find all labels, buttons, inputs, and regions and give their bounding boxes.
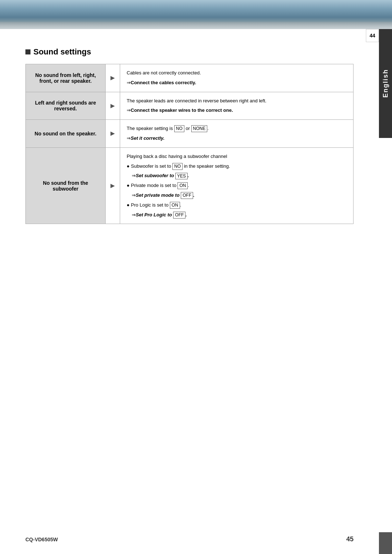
solution-line: ●Private mode is set to ON. (127, 182, 347, 190)
solution-line: ⇒Set private mode to OFF. (127, 192, 347, 199)
box-label-none: NONE (191, 125, 208, 132)
table-row: Left and right sounds are reversed. ► Th… (26, 92, 353, 120)
box-label-on-2: ON (170, 202, 180, 209)
solution-line: ⇒Set it correctly. (127, 135, 347, 142)
arrow-icon: ► (106, 92, 120, 120)
section-title-text: Sound settings (33, 47, 91, 57)
page-number-right: 45 (346, 535, 354, 543)
table-row: No sound from left, right, front, or rea… (26, 64, 353, 92)
bottom-sidebar-bar (379, 532, 392, 554)
language-label: English (382, 69, 389, 98)
cause-label: No sound on the speaker. (26, 120, 106, 147)
solution-line: Playing back a disc having a subwoofer c… (127, 153, 347, 160)
section-title: Sound settings (25, 47, 354, 57)
language-sidebar: English (379, 29, 392, 138)
box-label-no: NO (174, 125, 184, 132)
cause-label: No sound from left, right, front, or rea… (26, 64, 106, 92)
cause-label: No sound from the subwoofer (26, 148, 106, 224)
main-content: Sound settings No sound from left, right… (0, 29, 379, 246)
solution-line: ⇒Set Pro Logic to OFF. (127, 211, 347, 219)
footer: CQ-VD6505W 45 (0, 535, 379, 543)
solution-content: Playing back a disc having a subwoofer c… (120, 148, 353, 224)
header-image (0, 0, 392, 29)
title-square-icon (25, 49, 30, 54)
box-label-yes: YES (175, 173, 188, 180)
arrow-icon: ► (106, 120, 120, 147)
arrow-icon: ► (106, 148, 120, 224)
solution-content: Cables are not correctly connected. ⇒Con… (120, 64, 353, 92)
solution-line: ⇒Connect the speaker wires to the correc… (127, 107, 347, 114)
solution-line: ⇒Set subwoofer to YES. (127, 172, 347, 180)
solution-line: Cables are not correctly connected. (127, 69, 347, 77)
brand-label: CQ-VD6505W (25, 537, 58, 542)
table-row: No sound on the speaker. ► The speaker s… (26, 120, 353, 148)
page-number-left: 44 (366, 29, 379, 42)
box-label-on: ON (177, 182, 188, 189)
trouble-table: No sound from left, right, front, or rea… (25, 64, 354, 224)
solution-content: The speaker setting is NO or NONE. ⇒Set … (120, 120, 353, 147)
solution-line: ●Subwoofer is set to NO in the speaker s… (127, 163, 347, 170)
box-label-off-2: OFF (173, 212, 185, 219)
box-label-no: NO (172, 163, 183, 170)
solution-line: The speaker setting is NO or NONE. (127, 125, 347, 133)
box-label-off: OFF (181, 192, 193, 199)
cause-label: Left and right sounds are reversed. (26, 92, 106, 120)
solution-line: ⇒Connect the cables correctly. (127, 79, 347, 87)
solution-line: The speaker leads are connected in rever… (127, 97, 347, 105)
solution-content: The speaker leads are connected in rever… (120, 92, 353, 120)
solution-line: ●Pro Logic is set to ON. (127, 201, 347, 209)
table-row: No sound from the subwoofer ► Playing ba… (26, 148, 353, 224)
arrow-icon: ► (106, 64, 120, 92)
